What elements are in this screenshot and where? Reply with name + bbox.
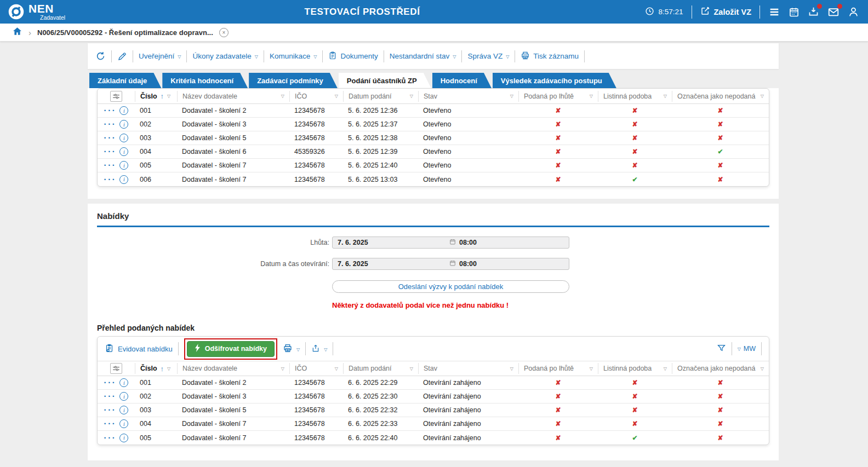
filter-caret-icon[interactable]: ▽ <box>510 94 513 99</box>
filter-caret-icon[interactable]: ▽ <box>335 94 338 99</box>
row-menu-icon[interactable] <box>104 380 115 385</box>
column-header-datum-podani[interactable]: Datum podání▽ <box>343 91 418 102</box>
tab-zakladni-udaje[interactable]: Základní údaje <box>89 73 161 88</box>
filter-caret-icon[interactable]: ▽ <box>590 366 593 371</box>
column-header-nazev-dodavatele[interactable]: Název dodavatele▽ <box>177 91 289 102</box>
column-settings-icon[interactable] <box>110 91 122 102</box>
column-header-stav[interactable]: Stav▽ <box>418 91 518 102</box>
column-header-cislo[interactable]: Číslo↑▽ <box>135 91 177 102</box>
info-icon[interactable] <box>119 134 128 142</box>
row-menu-icon[interactable] <box>104 108 115 113</box>
filter-caret-icon[interactable]: ▽ <box>167 366 170 371</box>
info-icon[interactable] <box>119 120 128 129</box>
deadline-field[interactable]: 7. 6. 2025 08:00 <box>332 237 569 249</box>
column-header-podana-po-lhute[interactable]: Podaná po lhůtě▽ <box>518 363 598 374</box>
column-header-ico[interactable]: IČO▽ <box>289 91 343 102</box>
info-icon[interactable] <box>119 161 128 170</box>
tab-hodnoceni[interactable]: Hodnocení <box>432 73 492 88</box>
sort-asc-icon[interactable]: ↑ <box>161 365 164 373</box>
nen-logo[interactable]: NEN Zadavatel <box>0 3 65 21</box>
info-icon[interactable] <box>119 434 128 442</box>
user-icon[interactable] <box>848 6 859 18</box>
row-menu-icon[interactable] <box>104 122 115 127</box>
tab-zadavaci-podminky[interactable]: Zadávací podmínky <box>249 73 338 88</box>
filter-caret-icon[interactable]: ▽ <box>510 366 513 371</box>
column-header-ico[interactable]: IČO▽ <box>289 363 343 374</box>
column-header-cislo[interactable]: Číslo↑▽ <box>135 363 177 374</box>
opening-time-value[interactable]: 08:00 <box>459 260 477 268</box>
toolbar-item-komunikace[interactable]: Komunikace <box>270 52 317 60</box>
info-icon[interactable] <box>119 406 128 414</box>
sort-asc-icon[interactable]: ↑ <box>161 92 164 100</box>
column-header-listinna-podoba[interactable]: Listinná podoba▽ <box>598 91 672 102</box>
print-menu-button[interactable] <box>283 343 300 355</box>
row-menu-icon[interactable] <box>104 435 115 441</box>
row-menu-icon[interactable] <box>104 394 115 399</box>
column-header-listinna-podoba[interactable]: Listinná podoba▽ <box>598 363 672 374</box>
column-settings-icon[interactable] <box>110 363 122 374</box>
filter-caret-icon[interactable]: ▽ <box>281 94 284 99</box>
filter-caret-icon[interactable]: ▽ <box>281 366 284 371</box>
column-header-oznacena-jako-nepodana[interactable]: Označena jako nepodaná▽ <box>672 91 769 102</box>
info-icon[interactable] <box>119 378 128 387</box>
edit-icon[interactable] <box>117 51 127 61</box>
filter-caret-icon[interactable]: ▽ <box>410 94 413 99</box>
filter-caret-icon[interactable]: ▽ <box>167 94 170 99</box>
deadline-date-value[interactable]: 7. 6. 2025 <box>338 239 449 246</box>
filter-caret-icon[interactable]: ▽ <box>590 94 593 99</box>
filter-caret-icon[interactable]: ▽ <box>664 94 667 99</box>
register-offer-button[interactable]: Evidovat nabídku <box>105 343 173 355</box>
column-header-podana-po-lhute[interactable]: Podaná po lhůtě▽ <box>518 91 598 102</box>
table-header: Číslo↑▽ Název dodavatele▽ IČO▽ Datum pod… <box>98 89 769 104</box>
column-header-oznacena-jako-nepodana[interactable]: Označena jako nepodaná▽ <box>672 363 769 374</box>
toolbar-item-sprava-vz[interactable]: Správa VZ <box>467 52 509 60</box>
toolbar-item-dokumenty[interactable]: Dokumenty <box>328 51 378 62</box>
row-menu-icon[interactable] <box>104 421 115 426</box>
toolbar-item-ukony-zadavatele[interactable]: Úkony zadavatele <box>192 52 258 60</box>
tab-vysledek-zadavaciho-postupu[interactable]: Výsledek zadávacího postupu <box>493 73 616 88</box>
deadline-time-value[interactable]: 08:00 <box>459 239 477 246</box>
cell-ico: 12345678 <box>289 176 343 183</box>
create-vz-button[interactable]: Založit VZ <box>700 6 751 18</box>
filter-caret-icon[interactable]: ▽ <box>761 366 764 371</box>
decrypt-offers-button[interactable]: Odšifrovat nabídky <box>187 341 275 357</box>
info-icon[interactable] <box>119 392 128 401</box>
info-icon[interactable] <box>119 175 128 184</box>
info-icon[interactable] <box>119 147 128 156</box>
messages-icon[interactable] <box>827 6 840 18</box>
toolbar-item-tisk-zaznamu[interactable]: Tisk záznamu <box>521 51 579 62</box>
row-menu-icon[interactable] <box>104 135 115 141</box>
column-header-datum-podani[interactable]: Datum podání▽ <box>343 363 418 374</box>
toolbar-item-nestandardni-stav[interactable]: Nestandardní stav <box>390 52 456 60</box>
opening-field[interactable]: 7. 6. 2025 08:00 <box>332 258 569 270</box>
row-menu-icon[interactable] <box>104 177 115 182</box>
info-icon[interactable] <box>119 419 128 428</box>
downloads-icon[interactable] <box>808 6 819 18</box>
row-menu-icon[interactable] <box>104 407 115 413</box>
export-menu-button[interactable] <box>311 343 327 355</box>
column-header-stav[interactable]: Stav▽ <box>418 363 518 374</box>
mw-view-button[interactable]: MW <box>738 345 756 353</box>
info-icon[interactable] <box>119 106 128 115</box>
breadcrumb-item[interactable]: N006/25/V00005292 - Řešení optimalizace … <box>37 28 213 37</box>
close-icon[interactable]: × <box>219 28 229 37</box>
refresh-icon[interactable] <box>95 51 106 61</box>
tab-kriteria-hodnoceni[interactable]: Kritéria hodnocení <box>162 73 248 88</box>
column-header-nazev-dodavatele[interactable]: Název dodavatele▽ <box>177 363 289 374</box>
send-invite-button[interactable]: Odeslání výzvy k podání nabídek <box>332 280 569 293</box>
toolbar-item-uverejneni[interactable]: Uveřejnění <box>139 52 181 60</box>
cell-nazev-dodavatele: Dodavatel - školení 2 <box>177 107 289 114</box>
filter-caret-icon[interactable]: ▽ <box>335 366 338 371</box>
row-menu-icon[interactable] <box>104 149 115 154</box>
home-icon[interactable] <box>12 26 22 38</box>
filter-icon[interactable] <box>717 343 726 355</box>
opening-date-value[interactable]: 7. 6. 2025 <box>338 260 449 268</box>
row-menu-icon[interactable] <box>104 163 115 168</box>
filter-caret-icon[interactable]: ▽ <box>410 366 413 371</box>
filter-caret-icon[interactable]: ▽ <box>664 366 667 371</box>
menu-icon[interactable] <box>768 6 780 18</box>
cell-oznacena-jako-nepodana <box>672 379 769 387</box>
filter-caret-icon[interactable]: ▽ <box>761 94 764 99</box>
calendar-icon[interactable] <box>789 7 800 18</box>
tab-podani-ucastniku-zp[interactable]: Podání účastníků ZP <box>339 73 431 88</box>
